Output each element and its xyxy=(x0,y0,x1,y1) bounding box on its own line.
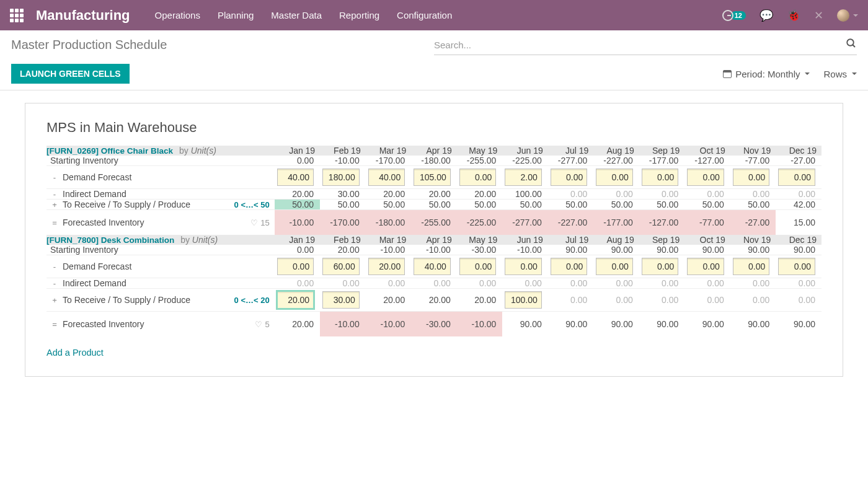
demand-input[interactable] xyxy=(277,169,314,186)
demand-input[interactable] xyxy=(414,258,451,275)
forecasted-cell: 20.00 xyxy=(275,312,321,337)
period-selector[interactable]: Period: Monthly xyxy=(723,69,810,79)
nav-operations[interactable]: Operations xyxy=(155,10,200,20)
nav-master-data[interactable]: Master Data xyxy=(271,10,322,20)
forecasted-cell: 90.00 xyxy=(776,312,822,337)
row-label-supply: +To Receive / To Supply / Produce xyxy=(46,200,223,210)
demand-input[interactable] xyxy=(505,169,542,186)
indirect-cell: 0.00 xyxy=(593,189,639,200)
forecasted-cell: 15.00 xyxy=(776,210,822,235)
indirect-cell: 20.00 xyxy=(275,189,321,200)
tools-icon[interactable]: ✕ xyxy=(814,9,823,22)
forecasted-cell: -77.00 xyxy=(684,210,730,235)
supply-cell: 50.00 xyxy=(548,200,594,210)
activities-icon[interactable]: 12 xyxy=(722,10,746,21)
demand-input[interactable] xyxy=(733,169,770,186)
apps-icon[interactable] xyxy=(10,9,24,22)
starting-cell: -10.00 xyxy=(411,245,457,255)
indirect-cell: 0.00 xyxy=(502,278,548,289)
month-header: Jan 19 xyxy=(275,146,321,156)
nav-configuration[interactable]: Configuration xyxy=(397,10,452,20)
demand-input[interactable] xyxy=(368,258,405,275)
starting-cell: -27.00 xyxy=(776,156,822,166)
indirect-cell: 0.00 xyxy=(275,278,321,289)
forecasted-cell: 90.00 xyxy=(639,312,685,337)
supply-cell: 50.00 xyxy=(502,200,548,210)
indirect-cell: 0.00 xyxy=(639,278,685,289)
demand-input[interactable] xyxy=(642,258,679,275)
month-header: Dec 19 xyxy=(776,235,822,245)
chevron-down-icon xyxy=(805,72,810,77)
demand-input[interactable] xyxy=(687,169,724,186)
demand-input[interactable] xyxy=(414,169,451,186)
demand-input[interactable] xyxy=(277,258,314,275)
demand-input[interactable] xyxy=(778,258,815,275)
demand-input[interactable] xyxy=(322,169,360,186)
demand-input[interactable] xyxy=(551,258,588,275)
demand-input[interactable] xyxy=(459,169,497,186)
demand-input[interactable] xyxy=(778,169,815,186)
starting-cell: -77.00 xyxy=(730,156,776,166)
month-header: Oct 19 xyxy=(684,235,730,245)
month-header: Feb 19 xyxy=(320,146,366,156)
supply-input[interactable] xyxy=(505,291,542,309)
row-label-forecasted: =Forecasted Inventory xyxy=(46,210,223,235)
starting-cell: -10.00 xyxy=(502,245,548,255)
top-navbar: Manufacturing Operations Planning Master… xyxy=(0,0,868,30)
demand-input[interactable] xyxy=(459,258,497,275)
demand-input[interactable] xyxy=(596,258,633,275)
starting-cell: -30.00 xyxy=(457,245,503,255)
starting-cell: 0.00 xyxy=(275,245,321,255)
demand-input[interactable] xyxy=(505,258,542,275)
starting-cell: -127.00 xyxy=(684,156,730,166)
month-header: Dec 19 xyxy=(776,146,822,156)
search-input[interactable] xyxy=(434,40,841,50)
supply-cell: 50.00 xyxy=(593,200,639,210)
forecasted-cell: -227.00 xyxy=(548,210,594,235)
starting-cell: 90.00 xyxy=(593,245,639,255)
starting-cell: -227.00 xyxy=(593,156,639,166)
month-header: Aug 19 xyxy=(593,235,639,245)
indirect-cell: 0.00 xyxy=(639,189,685,200)
indirect-cell: 0.00 xyxy=(457,278,503,289)
svg-line-1 xyxy=(852,45,855,47)
launch-green-cells-button[interactable]: LAUNCH GREEN CELLS xyxy=(11,64,130,84)
demand-input[interactable] xyxy=(687,258,724,275)
range-hint: 0 <…< 20 xyxy=(223,296,275,305)
month-header: May 19 xyxy=(457,235,503,245)
demand-input[interactable] xyxy=(642,169,679,186)
month-header: Oct 19 xyxy=(684,146,730,156)
demand-input[interactable] xyxy=(368,169,405,186)
supply-input[interactable] xyxy=(277,291,314,309)
supply-cell: 50.00 xyxy=(639,200,685,210)
debug-bug-icon[interactable]: 🐞 xyxy=(787,9,800,22)
demand-input[interactable] xyxy=(322,258,360,275)
product-link[interactable]: [FURN_7800] Desk Combination xyxy=(46,235,174,245)
breadcrumb: Master Production Schedule xyxy=(11,38,434,52)
rows-selector[interactable]: Rows xyxy=(823,69,857,79)
indirect-cell: 0.00 xyxy=(366,278,412,289)
forecasted-cell: -30.00 xyxy=(411,312,457,337)
demand-input[interactable] xyxy=(596,169,633,186)
avatar xyxy=(837,9,849,22)
starting-cell: 90.00 xyxy=(776,245,822,255)
search-icon[interactable] xyxy=(846,38,857,52)
row-label-demand: -Demand Forecast xyxy=(46,255,223,278)
demand-input[interactable] xyxy=(733,258,770,275)
messaging-icon[interactable]: 💬 xyxy=(760,9,773,22)
product-link[interactable]: [FURN_0269] Office Chair Black xyxy=(46,146,173,156)
month-header: Sep 19 xyxy=(639,235,685,245)
supply-cell: 50.00 xyxy=(730,200,776,210)
row-label-starting: Starting Inventory xyxy=(46,245,223,255)
add-product-link[interactable]: Add a Product xyxy=(46,348,104,358)
user-menu[interactable] xyxy=(837,9,858,22)
nav-reporting[interactable]: Reporting xyxy=(339,10,379,20)
starting-cell: 90.00 xyxy=(684,245,730,255)
demand-input[interactable] xyxy=(551,169,588,186)
forecasted-cell: -127.00 xyxy=(639,210,685,235)
nav-planning[interactable]: Planning xyxy=(218,10,254,20)
indirect-cell: 0.00 xyxy=(411,278,457,289)
supply-input[interactable] xyxy=(322,291,360,309)
forecasted-cell: -10.00 xyxy=(275,210,321,235)
indirect-cell: 30.00 xyxy=(320,189,366,200)
